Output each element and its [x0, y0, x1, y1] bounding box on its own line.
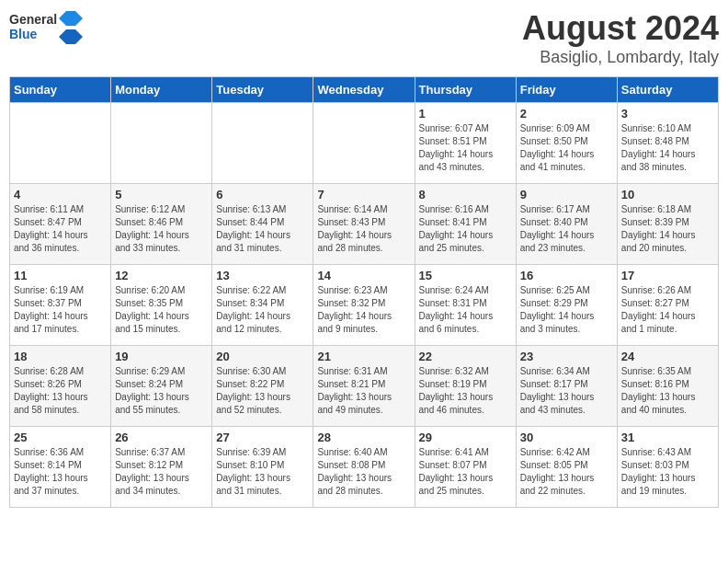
svg-marker-3: [59, 29, 83, 44]
day-number: 10: [621, 188, 714, 201]
column-header-monday: Monday: [111, 77, 212, 103]
day-info: Sunrise: 6:42 AM Sunset: 8:05 PM Dayligh…: [520, 446, 613, 498]
calendar-table: SundayMondayTuesdayWednesdayThursdayFrid…: [9, 76, 719, 508]
day-number: 1: [419, 107, 512, 121]
day-info: Sunrise: 6:14 AM Sunset: 8:43 PM Dayligh…: [317, 203, 410, 255]
calendar-cell: [10, 103, 111, 184]
day-number: 11: [14, 269, 107, 282]
day-number: 28: [317, 431, 410, 444]
page-header: General Blue August 2024 Basiglio, Lomba…: [9, 9, 719, 67]
calendar-week-row: 18Sunrise: 6:28 AM Sunset: 8:26 PM Dayli…: [10, 346, 719, 427]
svg-text:Blue: Blue: [9, 27, 38, 41]
day-info: Sunrise: 6:34 AM Sunset: 8:17 PM Dayligh…: [520, 365, 613, 417]
calendar-cell: 2Sunrise: 6:09 AM Sunset: 8:50 PM Daylig…: [516, 103, 617, 184]
calendar-cell: 7Sunrise: 6:14 AM Sunset: 8:43 PM Daylig…: [313, 184, 415, 265]
calendar-cell: 22Sunrise: 6:32 AM Sunset: 8:19 PM Dayli…: [415, 346, 516, 427]
calendar-cell: 12Sunrise: 6:20 AM Sunset: 8:35 PM Dayli…: [111, 265, 212, 346]
day-number: 30: [520, 431, 613, 444]
day-number: 21: [317, 350, 410, 363]
column-header-sunday: Sunday: [10, 77, 111, 103]
calendar-week-row: 25Sunrise: 6:36 AM Sunset: 8:14 PM Dayli…: [10, 427, 719, 508]
calendar-cell: 28Sunrise: 6:40 AM Sunset: 8:08 PM Dayli…: [313, 427, 415, 508]
title-block: August 2024 Basiglio, Lombardy, Italy: [522, 9, 719, 67]
main-title: August 2024: [522, 9, 719, 48]
day-info: Sunrise: 6:18 AM Sunset: 8:39 PM Dayligh…: [621, 203, 714, 255]
svg-marker-2: [59, 11, 83, 26]
logo-graphic: General Blue: [9, 9, 83, 48]
day-info: Sunrise: 6:29 AM Sunset: 8:24 PM Dayligh…: [115, 365, 208, 417]
calendar-cell: 30Sunrise: 6:42 AM Sunset: 8:05 PM Dayli…: [516, 427, 617, 508]
calendar-cell: 25Sunrise: 6:36 AM Sunset: 8:14 PM Dayli…: [10, 427, 111, 508]
svg-text:General: General: [9, 12, 57, 27]
calendar-week-row: 11Sunrise: 6:19 AM Sunset: 8:37 PM Dayli…: [10, 265, 719, 346]
day-number: 17: [621, 269, 714, 282]
calendar-cell: 3Sunrise: 6:10 AM Sunset: 8:48 PM Daylig…: [617, 103, 718, 184]
day-number: 25: [14, 431, 107, 444]
calendar-cell: 15Sunrise: 6:24 AM Sunset: 8:31 PM Dayli…: [415, 265, 516, 346]
day-info: Sunrise: 6:43 AM Sunset: 8:03 PM Dayligh…: [621, 446, 714, 498]
day-info: Sunrise: 6:22 AM Sunset: 8:34 PM Dayligh…: [216, 284, 309, 336]
calendar-cell: 18Sunrise: 6:28 AM Sunset: 8:26 PM Dayli…: [10, 346, 111, 427]
calendar-cell: [313, 103, 415, 184]
day-info: Sunrise: 6:31 AM Sunset: 8:21 PM Dayligh…: [317, 365, 410, 417]
day-number: 7: [317, 188, 410, 201]
calendar-cell: 19Sunrise: 6:29 AM Sunset: 8:24 PM Dayli…: [111, 346, 212, 427]
calendar-cell: 31Sunrise: 6:43 AM Sunset: 8:03 PM Dayli…: [617, 427, 718, 508]
calendar-cell: 16Sunrise: 6:25 AM Sunset: 8:29 PM Dayli…: [516, 265, 617, 346]
logo: General Blue: [9, 9, 83, 48]
day-info: Sunrise: 6:40 AM Sunset: 8:08 PM Dayligh…: [317, 446, 410, 498]
day-number: 26: [115, 431, 208, 444]
day-info: Sunrise: 6:35 AM Sunset: 8:16 PM Dayligh…: [621, 365, 714, 417]
day-number: 4: [14, 188, 107, 201]
calendar-week-row: 4Sunrise: 6:11 AM Sunset: 8:47 PM Daylig…: [10, 184, 719, 265]
column-header-thursday: Thursday: [415, 77, 516, 103]
subtitle: Basiglio, Lombardy, Italy: [522, 48, 719, 67]
day-info: Sunrise: 6:41 AM Sunset: 8:07 PM Dayligh…: [419, 446, 512, 498]
day-info: Sunrise: 6:24 AM Sunset: 8:31 PM Dayligh…: [419, 284, 512, 336]
calendar-cell: 14Sunrise: 6:23 AM Sunset: 8:32 PM Dayli…: [313, 265, 415, 346]
day-number: 12: [115, 269, 208, 282]
day-number: 29: [419, 431, 512, 444]
day-number: 3: [621, 107, 714, 121]
day-info: Sunrise: 6:16 AM Sunset: 8:41 PM Dayligh…: [419, 203, 512, 255]
day-number: 22: [419, 350, 512, 363]
day-info: Sunrise: 6:10 AM Sunset: 8:48 PM Dayligh…: [621, 122, 714, 174]
calendar-cell: 4Sunrise: 6:11 AM Sunset: 8:47 PM Daylig…: [10, 184, 111, 265]
calendar-cell: 27Sunrise: 6:39 AM Sunset: 8:10 PM Dayli…: [212, 427, 313, 508]
calendar-cell: [111, 103, 212, 184]
column-header-tuesday: Tuesday: [212, 77, 313, 103]
calendar-cell: 21Sunrise: 6:31 AM Sunset: 8:21 PM Dayli…: [313, 346, 415, 427]
column-header-friday: Friday: [516, 77, 617, 103]
day-info: Sunrise: 6:39 AM Sunset: 8:10 PM Dayligh…: [216, 446, 309, 498]
calendar-cell: 24Sunrise: 6:35 AM Sunset: 8:16 PM Dayli…: [617, 346, 718, 427]
day-number: 31: [621, 431, 714, 444]
day-number: 18: [14, 350, 107, 363]
day-number: 2: [520, 107, 613, 121]
calendar-cell: 13Sunrise: 6:22 AM Sunset: 8:34 PM Dayli…: [212, 265, 313, 346]
day-info: Sunrise: 6:23 AM Sunset: 8:32 PM Dayligh…: [317, 284, 410, 336]
calendar-cell: 29Sunrise: 6:41 AM Sunset: 8:07 PM Dayli…: [415, 427, 516, 508]
day-info: Sunrise: 6:25 AM Sunset: 8:29 PM Dayligh…: [520, 284, 613, 336]
day-info: Sunrise: 6:26 AM Sunset: 8:27 PM Dayligh…: [621, 284, 714, 336]
calendar-cell: 6Sunrise: 6:13 AM Sunset: 8:44 PM Daylig…: [212, 184, 313, 265]
day-info: Sunrise: 6:17 AM Sunset: 8:40 PM Dayligh…: [520, 203, 613, 255]
day-number: 16: [520, 269, 613, 282]
calendar-cell: 5Sunrise: 6:12 AM Sunset: 8:46 PM Daylig…: [111, 184, 212, 265]
calendar-cell: 10Sunrise: 6:18 AM Sunset: 8:39 PM Dayli…: [617, 184, 718, 265]
day-number: 15: [419, 269, 512, 282]
day-info: Sunrise: 6:20 AM Sunset: 8:35 PM Dayligh…: [115, 284, 208, 336]
day-info: Sunrise: 6:19 AM Sunset: 8:37 PM Dayligh…: [14, 284, 107, 336]
day-info: Sunrise: 6:28 AM Sunset: 8:26 PM Dayligh…: [14, 365, 107, 417]
column-header-saturday: Saturday: [617, 77, 718, 103]
day-info: Sunrise: 6:11 AM Sunset: 8:47 PM Dayligh…: [14, 203, 107, 255]
day-info: Sunrise: 6:07 AM Sunset: 8:51 PM Dayligh…: [419, 122, 512, 174]
day-info: Sunrise: 6:32 AM Sunset: 8:19 PM Dayligh…: [419, 365, 512, 417]
day-number: 19: [115, 350, 208, 363]
day-number: 23: [520, 350, 613, 363]
calendar-cell: 20Sunrise: 6:30 AM Sunset: 8:22 PM Dayli…: [212, 346, 313, 427]
day-number: 14: [317, 269, 410, 282]
calendar-week-row: 1Sunrise: 6:07 AM Sunset: 8:51 PM Daylig…: [10, 103, 719, 184]
calendar-cell: 17Sunrise: 6:26 AM Sunset: 8:27 PM Dayli…: [617, 265, 718, 346]
calendar-cell: 1Sunrise: 6:07 AM Sunset: 8:51 PM Daylig…: [415, 103, 516, 184]
day-info: Sunrise: 6:30 AM Sunset: 8:22 PM Dayligh…: [216, 365, 309, 417]
